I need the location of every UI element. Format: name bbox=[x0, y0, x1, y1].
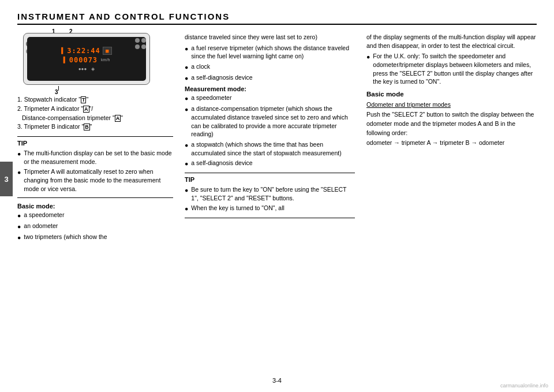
basic-mode-heading-left: Basic mode: bbox=[17, 203, 173, 210]
instrument-diagram: ▌ 3:22:44 ■ ▌ 000073 km/h ●●● bbox=[23, 33, 150, 85]
basic-mode-section-left: Basic mode: ● a speedometer ● an odomete… bbox=[17, 203, 173, 241]
sidebar-tab: 3 bbox=[0, 162, 13, 196]
basic-bullet-odometer: ● an odometer bbox=[17, 222, 173, 231]
basic-bullet-tripmeters: ● two tripmeters (which show the bbox=[17, 233, 173, 242]
display-top-prefix: ▌ bbox=[61, 47, 65, 54]
indicator-labels: 1. Stopwatch indicator "T" 2. Tripmeter … bbox=[17, 95, 173, 132]
basic-bullet-speedometer: ● a speedometer bbox=[17, 211, 173, 220]
indicator-label-1: 1. Stopwatch indicator "T" bbox=[17, 95, 173, 104]
basic-bullet-fuel: ● a fuel reserve tripmeter (which shows … bbox=[185, 44, 355, 61]
diagram-container: 1 2 ▌ 3:22:44 bbox=[23, 33, 162, 91]
tip-right-bullet-1: ● Be sure to turn the key to "ON" before… bbox=[185, 185, 355, 202]
measurement-mode-section: Measurement mode: ● a speedometer ● a di… bbox=[185, 85, 355, 168]
middle-column: distance traveled since they were last s… bbox=[185, 33, 355, 244]
tip-bullet-1: ● The multi-function display can be set … bbox=[17, 149, 173, 166]
odometer-order: odometer → tripmeter A → tripmeter B → o… bbox=[366, 139, 537, 148]
basic-mode-heading-right: Basic mode bbox=[366, 91, 537, 98]
odometer-section-heading: Odometer and tripmeter modes bbox=[366, 101, 537, 108]
icon-A2: A bbox=[115, 115, 121, 122]
tip-right-bullet-3: ● For the U.K. only: To switch the speed… bbox=[366, 52, 537, 86]
basic-bullet-selfdiag: ● a self-diagnosis device bbox=[185, 73, 355, 83]
display-area: ▌ 3:22:44 ■ ▌ 000073 km/h ●●● bbox=[27, 37, 146, 81]
meas-bullet-selfdiag: ● a self-diagnosis device bbox=[185, 159, 355, 168]
tip-box-left: TIP ● The multi-function display can be … bbox=[17, 136, 173, 198]
meas-bullet-speedometer: ● a speedometer bbox=[185, 94, 355, 103]
button-extra1 bbox=[135, 44, 140, 49]
button-select2 bbox=[141, 38, 146, 43]
speed-unit: km/h bbox=[101, 58, 110, 62]
page: 3 INSTRUMENT AND CONTROL FUNCTIONS 1 2 bbox=[0, 0, 554, 392]
tip-title-right: TIP bbox=[185, 176, 355, 183]
watermark: carmanualonline.info bbox=[500, 383, 548, 389]
icon-B: B bbox=[84, 124, 90, 130]
tip-title-left: TIP bbox=[17, 140, 173, 147]
sidebar-label: 3 bbox=[4, 175, 8, 184]
right-column: of the display segments of the multi-fun… bbox=[366, 33, 537, 244]
basic-bullet-clock: ● a clock bbox=[185, 62, 355, 72]
display-top-value: 3:22:44 bbox=[67, 47, 100, 55]
meas-bullet-stopwatch: ● a stopwatch (which shows the time that… bbox=[185, 140, 355, 157]
odometer-description: Push the "SELECT 2" button to switch the… bbox=[366, 110, 537, 137]
tip-right-continuation: of the display segments of the multi-fun… bbox=[366, 33, 537, 86]
left-column: 1 2 ▌ 3:22:44 bbox=[17, 33, 173, 244]
display-icons-row: ●●● ◈ bbox=[78, 66, 95, 72]
tip-right-bullet-2: ● When the key is turned to "ON", all bbox=[185, 204, 355, 213]
page-title: INSTRUMENT AND CONTROL FUNCTIONS bbox=[17, 12, 537, 25]
right-buttons bbox=[135, 38, 146, 49]
indicator-label-3: 3. Tripmeter B indicator "B" bbox=[17, 122, 173, 132]
icon-A: A bbox=[83, 106, 89, 113]
display-bottom-row: ▌ 000073 km/h bbox=[63, 56, 110, 64]
page-number: 3-4 bbox=[272, 377, 282, 384]
meas-bullet-tripmeter: ● a distance-compensation tripme­ter (wh… bbox=[185, 104, 355, 139]
tip-box-right: TIP ● Be sure to turn the key to "ON" be… bbox=[185, 173, 355, 218]
button-select1 bbox=[135, 38, 140, 43]
display-top-row: ▌ 3:22:44 ■ bbox=[61, 47, 112, 55]
indicator-label-2: 2. Tripmeter A indicator "A"/ bbox=[17, 104, 173, 114]
measurement-mode-heading: Measurement mode: bbox=[185, 85, 355, 92]
diagram-label-3: 3 bbox=[55, 89, 58, 95]
button-extra2 bbox=[141, 44, 146, 49]
display-bottom-value: 000073 bbox=[69, 56, 98, 64]
content-area: 1 2 ▌ 3:22:44 bbox=[17, 33, 537, 244]
tip-bullet-2: ● Tripmeter A will automatically reset t… bbox=[17, 167, 173, 193]
basic-mode-continuation: distance traveled since they were last s… bbox=[185, 33, 355, 82]
display-right-box: ■ bbox=[103, 47, 112, 55]
basic-mode-section-right: Basic mode Odometer and tripmeter modes … bbox=[366, 91, 537, 148]
display-bottom-prefix: ▌ bbox=[63, 57, 67, 63]
